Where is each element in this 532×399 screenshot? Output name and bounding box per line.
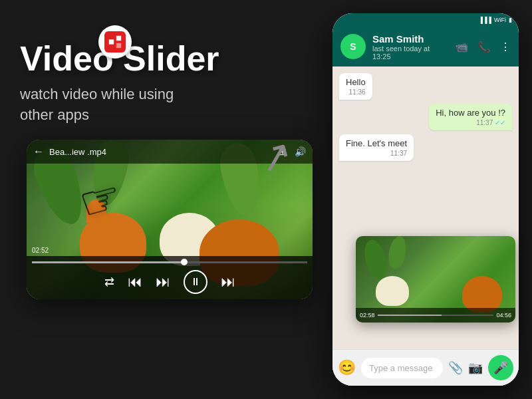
fv-time-current: 02:58 (360, 312, 375, 319)
progress-bar[interactable] (32, 261, 307, 263)
app-icon (104, 31, 126, 53)
chat-header: S Sam Smith last seen today at 13:25 📹 📞… (332, 27, 519, 66)
svg-rect-2 (116, 43, 121, 48)
emoji-button[interactable]: 😊 (338, 359, 356, 376)
attach-button[interactable]: 📎 (448, 360, 463, 375)
avatar-initials: S (350, 41, 356, 52)
header-action-icons: 📹 📞 ⋮ (455, 41, 511, 53)
subtitle-line1: watch video while using (20, 86, 174, 102)
fv-cat-2 (462, 276, 502, 313)
message-time-3: 11:37 (346, 150, 407, 157)
mic-icon: 🎤 (493, 360, 508, 375)
back-button[interactable]: ← (33, 146, 44, 158)
prev-track-button[interactable]: ⏮ (128, 273, 142, 291)
video-title: Bea...iew .mp4 (49, 147, 273, 157)
message-bubble-sent-1: Hi, how are you !? 11:37 ✓✓ (429, 104, 512, 130)
fv-leaf-2 (386, 236, 408, 271)
controls-row: ⇄ ⏮ ⏭ ⏸ ⏭ (27, 270, 313, 294)
contact-info: Sam Smith last seen today at 13:25 (372, 33, 448, 61)
progress-thumb[interactable] (181, 259, 188, 265)
message-text-3: Fine. Let's meet (346, 138, 407, 148)
fv-time-total: 04:56 (496, 312, 511, 319)
fv-progress-fill (378, 315, 442, 316)
camera-button[interactable]: 📷 (468, 360, 483, 375)
message-time-1: 11:36 (346, 88, 366, 96)
app-logo-icon (108, 35, 122, 49)
fv-progress-bar[interactable] (378, 315, 494, 316)
read-check-icon: ✓✓ (495, 119, 505, 126)
mic-button[interactable]: 🎤 (488, 355, 513, 380)
progress-fill (32, 261, 184, 263)
svg-rect-1 (116, 36, 121, 41)
subtitle: watch video while using other apps (20, 84, 219, 126)
video-controls-bar: ⇄ ⏮ ⏭ ⏸ ⏭ (27, 256, 313, 299)
message-bubble-received-2: Fine. Let's meet 11:37 (339, 134, 414, 161)
message-input-bar: 😊 Type a message 📎 📷 🎤 (332, 349, 519, 386)
last-seen-text: last seen today at 13:25 (372, 45, 448, 61)
next-button[interactable]: ⏭ (221, 273, 235, 291)
contact-name: Sam Smith (372, 33, 448, 45)
more-options-icon[interactable]: ⋮ (500, 41, 511, 53)
message-text-1: Hello (346, 77, 366, 87)
message-text-2: Hi, how are you !? (436, 108, 505, 118)
battery-icon: ▮ (509, 17, 512, 23)
message-bubble-received-1: Hello 11:36 (339, 73, 372, 100)
message-input[interactable]: Type a message (361, 358, 443, 378)
subtitle-line2: other apps (20, 106, 89, 123)
fv-cat-1 (376, 276, 409, 306)
status-bar: ▐▐▐ WiFi ▮ (332, 13, 519, 27)
contact-avatar[interactable]: S (340, 34, 366, 59)
input-placeholder: Type a message (369, 363, 432, 373)
shuffle-button[interactable]: ⇄ (104, 275, 114, 289)
video-call-icon[interactable]: 📹 (455, 41, 468, 53)
whatsapp-screen: ▐▐▐ WiFi ▮ S Sam Smith last seen today a… (332, 13, 519, 386)
portrait-phone: ▐▐▐ WiFi ▮ S Sam Smith last seen today a… (332, 13, 519, 386)
message-time-2: 11:37 ✓✓ (436, 119, 505, 126)
wifi-icon: WiFi (494, 17, 506, 23)
signal-icon: ▐▐▐ (479, 17, 491, 23)
floating-video-controls: 02:58 04:56 (356, 308, 515, 323)
fv-leaf-1 (361, 237, 391, 281)
floating-video-player[interactable]: 02:58 04:56 (356, 236, 515, 323)
app-icon-overlay[interactable] (98, 25, 132, 59)
pause-icon: ⏸ (190, 276, 201, 288)
video-time-current: 02:52 (32, 247, 49, 254)
play-pause-button[interactable]: ⏸ (184, 270, 207, 294)
phone-call-icon[interactable]: 📞 (477, 41, 491, 53)
svg-rect-0 (109, 39, 114, 44)
prev-step-button[interactable]: ⏭ (156, 273, 170, 291)
volume-icon[interactable]: 🔊 (295, 146, 306, 157)
